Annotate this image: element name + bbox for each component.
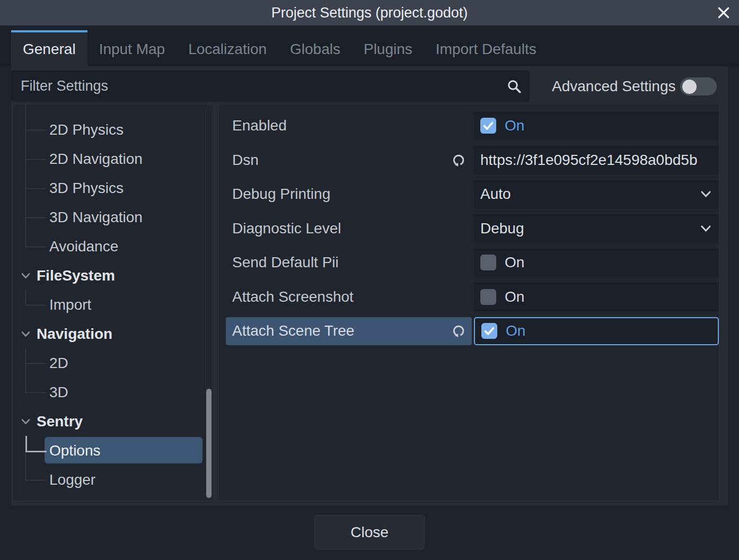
tree-item-navigation[interactable]: Navigation bbox=[13, 319, 206, 348]
setting-row-debug-printing: Debug PrintingAuto bbox=[219, 177, 719, 212]
advanced-settings-label: Advanced Settings bbox=[541, 71, 676, 102]
checkbox-unchecked-icon[interactable] bbox=[480, 255, 496, 270]
tree-item-label: 3D Physics bbox=[49, 180, 124, 197]
setting-label: Attach Scene Tree bbox=[232, 322, 354, 339]
tab-import-defaults[interactable]: Import Defaults bbox=[424, 30, 548, 66]
dropdown-selected-value: Debug bbox=[480, 220, 524, 237]
checkbox-state-label: On bbox=[506, 322, 525, 339]
setting-row-diagnostic-level: Diagnostic LevelDebug bbox=[219, 212, 719, 246]
settings-panel: EnabledOnDsnhttps://3f1e095cf2e14598a0bd… bbox=[218, 104, 719, 501]
tree-item-options[interactable]: Options bbox=[13, 436, 206, 465]
tab-globals[interactable]: Globals bbox=[278, 30, 352, 66]
search-icon bbox=[506, 78, 522, 94]
setting-row-send-default-pii: Send Default PiiOn bbox=[219, 246, 719, 280]
tree-item-avoidance[interactable]: Avoidance bbox=[13, 232, 206, 261]
setting-row-attach-screenshot: Attach ScreenshotOn bbox=[219, 280, 719, 314]
tree-item-label: 2D bbox=[49, 355, 68, 372]
checkbox-field-attach-scene-tree[interactable]: On bbox=[474, 317, 719, 346]
filter-placeholder: Filter Settings bbox=[21, 78, 506, 94]
tree-item-import[interactable]: Import bbox=[13, 290, 206, 319]
tree-item-2d-physics[interactable]: 2D Physics bbox=[13, 115, 206, 144]
setting-label-cell: Attach Screenshot bbox=[226, 283, 472, 311]
tree-item-label: 3D Navigation bbox=[49, 209, 143, 226]
tree-item-2d[interactable]: 2D bbox=[13, 348, 206, 378]
setting-label: Attach Screenshot bbox=[232, 288, 354, 305]
tree-item-2d-navigation[interactable]: 2D Navigation bbox=[13, 144, 206, 173]
setting-label: Diagnostic Level bbox=[232, 220, 341, 237]
setting-label: Send Default Pii bbox=[232, 254, 339, 271]
chevron-down-icon bbox=[700, 225, 711, 232]
chevron-down-icon bbox=[700, 190, 711, 198]
revert-icon[interactable] bbox=[451, 323, 467, 339]
settings-rows: EnabledOnDsnhttps://3f1e095cf2e14598a0bd… bbox=[219, 109, 719, 348]
checkbox-state-label: On bbox=[505, 254, 524, 271]
setting-label-cell: Debug Printing bbox=[226, 180, 472, 208]
settings-content: Filter Settings Advanced Settings 2D Phy… bbox=[11, 66, 728, 505]
tree-item-label: FileSystem bbox=[37, 267, 115, 284]
setting-label-cell: Diagnostic Level bbox=[226, 214, 472, 242]
checkbox-field-attach-screenshot[interactable]: On bbox=[474, 283, 719, 311]
close-button[interactable]: Close bbox=[314, 515, 425, 549]
window-close-icon[interactable] bbox=[717, 6, 731, 20]
setting-row-dsn: Dsnhttps://3f1e095cf2e14598a0bd5b bbox=[219, 143, 719, 178]
tree-item-3d[interactable]: 3D bbox=[13, 378, 206, 407]
dropdown-selected-value: Auto bbox=[480, 186, 511, 203]
checkbox-checked-icon[interactable] bbox=[481, 323, 497, 339]
tree-body: 2D Physics2D Navigation3D Physics3D Navi… bbox=[13, 115, 206, 494]
settings-tree: 2D Physics2D Navigation3D Physics3D Navi… bbox=[13, 104, 214, 501]
dropdown-debug-printing[interactable]: Auto bbox=[474, 180, 719, 209]
setting-label: Debug Printing bbox=[232, 186, 330, 203]
tree-item-label: Avoidance bbox=[49, 238, 118, 255]
setting-label: Dsn bbox=[232, 152, 259, 169]
tab-general[interactable]: General bbox=[11, 30, 87, 66]
tree-item-label: 3D bbox=[49, 384, 68, 401]
titlebar[interactable]: Project Settings (project.godot) bbox=[0, 0, 739, 25]
tree-item-label: Logger bbox=[49, 471, 95, 488]
setting-label-cell: Enabled bbox=[226, 112, 472, 140]
chevron-down-icon[interactable] bbox=[21, 418, 30, 425]
setting-label-cell: Send Default Pii bbox=[226, 249, 472, 277]
advanced-settings-toggle[interactable] bbox=[680, 77, 717, 95]
tree-item-3d-physics[interactable]: 3D Physics bbox=[13, 173, 206, 203]
checkbox-field-enabled[interactable]: On bbox=[474, 112, 719, 141]
checkbox-state-label: On bbox=[505, 117, 524, 134]
scrollbar-thumb[interactable] bbox=[206, 389, 212, 498]
tree-item-label: Import bbox=[49, 296, 91, 313]
setting-label: Enabled bbox=[232, 117, 287, 134]
checkbox-unchecked-icon[interactable] bbox=[480, 289, 496, 305]
tree-item-label: Navigation bbox=[37, 326, 112, 343]
setting-row-enabled: EnabledOn bbox=[219, 109, 719, 143]
checkbox-state-label: On bbox=[505, 288, 524, 305]
tree-item-label: Options bbox=[49, 442, 101, 459]
tree-guide bbox=[25, 104, 27, 115]
tree-item-label: 2D Navigation bbox=[49, 151, 143, 168]
text-field-value: https://3f1e095cf2e14598a0bd5b bbox=[480, 152, 697, 169]
setting-label-cell: Attach Scene Tree bbox=[226, 317, 472, 345]
setting-label-cell: Dsn bbox=[226, 146, 472, 174]
checkbox-checked-icon[interactable] bbox=[480, 118, 496, 134]
chevron-down-icon[interactable] bbox=[21, 331, 30, 337]
tab-bar: GeneralInput MapLocalizationGlobalsPlugi… bbox=[0, 25, 739, 66]
checkbox-field-send-default-pii[interactable]: On bbox=[474, 249, 719, 277]
tree-item-3d-navigation[interactable]: 3D Navigation bbox=[13, 203, 206, 232]
tree-item-filesystem[interactable]: FileSystem bbox=[13, 261, 206, 290]
window-title: Project Settings (project.godot) bbox=[0, 0, 739, 25]
tree-item-sentry[interactable]: Sentry bbox=[13, 407, 206, 436]
tree-item-label: 2D Physics bbox=[49, 121, 124, 138]
setting-row-attach-scene-tree: Attach Scene TreeOn bbox=[219, 314, 719, 348]
tab-input-map[interactable]: Input Map bbox=[87, 30, 177, 66]
chevron-down-icon[interactable] bbox=[21, 273, 30, 279]
project-settings-dialog: Project Settings (project.godot) General… bbox=[0, 0, 739, 560]
text-field-dsn[interactable]: https://3f1e095cf2e14598a0bd5b bbox=[474, 146, 719, 174]
tab-plugins[interactable]: Plugins bbox=[352, 30, 424, 66]
filter-settings-input[interactable]: Filter Settings bbox=[11, 71, 530, 102]
tab-localization[interactable]: Localization bbox=[177, 30, 278, 66]
tree-item-logger[interactable]: Logger bbox=[13, 465, 206, 494]
tree-item-label: Sentry bbox=[37, 413, 83, 430]
revert-icon[interactable] bbox=[451, 152, 467, 168]
dropdown-diagnostic-level[interactable]: Debug bbox=[474, 214, 719, 243]
toggle-knob bbox=[682, 80, 697, 94]
